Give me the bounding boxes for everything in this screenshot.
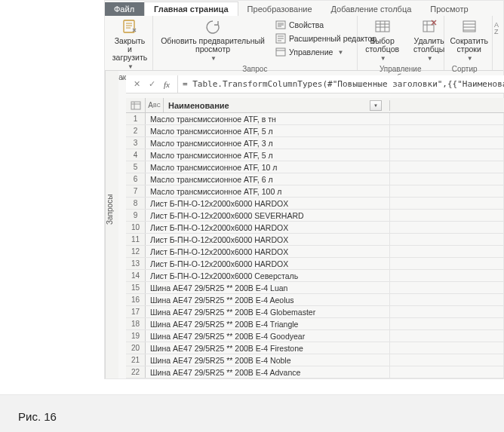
remove-columns-icon <box>421 19 438 35</box>
cell-name[interactable]: Лист Б-ПН-О-12х2000х6000 HARDOX <box>146 234 390 245</box>
table-row[interactable]: 2Масло трансмиссионное ATF, 5 л <box>126 125 504 137</box>
svg-rect-9 <box>131 102 140 109</box>
row-number[interactable]: 11 <box>126 234 146 245</box>
row-number[interactable]: 20 <box>126 342 146 354</box>
reduce-rows-label: Сократить строки <box>450 37 488 54</box>
table-row[interactable]: 16Шина AE47 29/5R25 ** 200B E-4 Aeolus <box>126 294 504 306</box>
cell-name[interactable]: Масло трансмиссионное ATF, 10 л <box>146 161 390 173</box>
close-load-icon <box>121 19 138 35</box>
properties-label: Свойства <box>289 20 324 29</box>
cell-name[interactable]: Шина AE47 29/5R25 ** 200B E-4 Goodyear <box>146 330 390 342</box>
row-number[interactable]: 15 <box>126 282 146 293</box>
cell-name[interactable]: Масло трансмиссионное ATF, 3 л <box>146 137 390 149</box>
refresh-icon <box>204 19 221 35</box>
cell-name[interactable]: Лист Б-ПН-О-12х2000х6000 HARDOX <box>146 198 390 209</box>
tab-file[interactable]: Файл <box>105 2 144 16</box>
cell-name[interactable]: Масло трансмиссионное ATF, 6 л <box>146 173 390 185</box>
table-row[interactable]: 1Масло трансмиссионное ATF, в тн <box>126 113 504 125</box>
cell-name[interactable]: Шина AE47 29/5R25 ** 200B E-4 Luan <box>146 282 390 293</box>
row-number[interactable]: 21 <box>126 354 146 366</box>
cell-name[interactable]: Масло трансмиссионное ATF, 5 л <box>146 149 390 161</box>
cell-name[interactable]: Лист Б-ПН-О-12х2000х6000 SEVERHARD <box>146 210 390 221</box>
choose-columns-icon <box>374 19 391 35</box>
fx-icon[interactable]: fx <box>161 78 173 90</box>
row-number[interactable]: 1 <box>126 113 146 124</box>
row-number[interactable]: 14 <box>126 270 146 281</box>
tab-view[interactable]: Просмотр <box>421 2 478 16</box>
table-row[interactable]: 20Шина AE47 29/5R25 ** 200B E-4 Fireston… <box>126 342 504 354</box>
column-filter-button[interactable]: ▼ <box>370 100 382 111</box>
cell-name[interactable]: Шина AE47 29/5R25 ** 200B E-4 Triangle <box>146 318 390 329</box>
table-row[interactable]: 18Шина AE47 29/5R25 ** 200B E-4 Triangle <box>126 318 504 330</box>
cell-name[interactable]: Шина AE47 29/5R25 ** 200B E-4 Globemaste… <box>146 306 390 317</box>
table-row[interactable]: 17Шина AE47 29/5R25 ** 200B E-4 Globemas… <box>126 306 504 318</box>
table-row[interactable]: 9Лист Б-ПН-О-12х2000х6000 SEVERHARD <box>126 210 504 222</box>
sort-partial[interactable]: AZ <box>493 16 503 70</box>
row-number[interactable]: 2 <box>126 125 146 136</box>
row-number[interactable]: 4 <box>126 149 146 161</box>
table-row[interactable]: 6Масло трансмиссионное ATF, 6 л <box>126 173 504 185</box>
column-type-icon[interactable]: ABC <box>146 98 164 112</box>
choose-columns-button[interactable]: Выбор столбцов ▼ <box>361 17 404 63</box>
row-number[interactable]: 13 <box>126 258 146 269</box>
cell-name[interactable]: Лист Б-ПН-О-12х2000х6000 Северсталь <box>146 270 390 281</box>
formula-input[interactable]: = Table.TransformColumnTypes(#"Повышенны… <box>178 79 504 89</box>
table-row[interactable]: 8Лист Б-ПН-О-12х2000х6000 HARDOX <box>126 198 504 210</box>
row-number[interactable]: 3 <box>126 137 146 149</box>
cell-name[interactable]: Лист Б-ПН-О-12х2000х6000 HARDOX <box>146 222 390 233</box>
svg-rect-5 <box>423 21 434 32</box>
manage-icon <box>275 47 286 57</box>
cell-name[interactable]: Лист Б-ПН-О-12х2000х6000 HARDOX <box>146 246 390 257</box>
table-row[interactable]: 14Лист Б-ПН-О-12х2000х6000 Северсталь <box>126 270 504 282</box>
tab-add-column[interactable]: Добавление столбца <box>322 2 422 16</box>
column-header-name[interactable]: Наименование ▼ <box>164 100 390 111</box>
cell-name[interactable]: Лист Б-ПН-О-12х2000х6000 HARDOX <box>146 258 390 269</box>
row-number[interactable]: 12 <box>126 246 146 257</box>
row-number[interactable]: 17 <box>126 306 146 317</box>
reduce-rows-button[interactable]: Сократить строки ▼ <box>447 17 491 63</box>
cell-name[interactable]: Масло трансмиссионное ATF, 5 л <box>146 125 390 136</box>
table-row[interactable]: 21Шина AE47 29/5R25 ** 200B E-4 Noble <box>126 354 504 366</box>
table-row[interactable]: 15Шина AE47 29/5R25 ** 200B E-4 Luan <box>126 282 504 294</box>
table-row[interactable]: 4Масло трансмиссионное ATF, 5 л <box>126 149 504 161</box>
chevron-down-icon: ▼ <box>337 49 343 56</box>
close-and-load-button[interactable]: Закрыть и загрузить ▼ <box>108 17 152 72</box>
cell-name[interactable]: Шина AE47 29/5R25 ** 200B E-4 Noble <box>146 354 390 366</box>
tab-home[interactable]: Главная страница <box>144 2 238 16</box>
table-row[interactable]: 11Лист Б-ПН-О-12х2000х6000 HARDOX <box>126 234 504 246</box>
table-row[interactable]: 10Лист Б-ПН-О-12х2000х6000 HARDOX <box>126 222 504 234</box>
row-number[interactable]: 19 <box>126 330 146 342</box>
pane-expand-toggle[interactable]: › <box>118 71 126 378</box>
row-number[interactable]: 18 <box>126 318 146 329</box>
tab-transform[interactable]: Преобразование <box>238 2 322 16</box>
table-row[interactable]: 13Лист Б-ПН-О-12х2000х6000 HARDOX <box>126 258 504 270</box>
properties-icon <box>275 20 286 30</box>
row-number[interactable]: 5 <box>126 161 146 173</box>
row-number[interactable]: 6 <box>126 173 146 185</box>
table-row[interactable]: 3Масло трансмиссионное ATF, 3 л <box>126 137 504 149</box>
cell-name[interactable]: Шина AE47 29/5R25 ** 200B E-4 Aeolus <box>146 294 390 305</box>
choose-columns-label: Выбор столбцов <box>365 37 399 54</box>
table-row[interactable]: 7Масло трансмиссионное ATF, 100 л <box>126 185 504 198</box>
cell-name[interactable]: Шина AE47 29/5R25 ** 200B E-4 Advance <box>146 366 390 378</box>
cancel-formula-icon[interactable]: ✕ <box>131 78 143 90</box>
cell-name[interactable]: Масло трансмиссионное ATF, 100 л <box>146 185 390 197</box>
row-number[interactable]: 9 <box>126 210 146 221</box>
row-number[interactable]: 16 <box>126 294 146 305</box>
row-number[interactable]: 7 <box>126 185 146 197</box>
queries-pane-tab[interactable]: Запросы <box>105 71 118 378</box>
refresh-preview-button[interactable]: Обновить предварительный просмотр ▼ <box>156 17 269 63</box>
select-all-corner[interactable] <box>126 98 146 112</box>
table-row[interactable]: 5Масло трансмиссионное ATF, 10 л <box>126 161 504 173</box>
row-number[interactable]: 10 <box>126 222 146 233</box>
table-row[interactable]: 12Лист Б-ПН-О-12х2000х6000 HARDOX <box>126 246 504 258</box>
cell-name[interactable]: Шина AE47 29/5R25 ** 200B E-4 Firestone <box>146 342 390 354</box>
cell-name[interactable]: Масло трансмиссионное ATF, в тн <box>146 113 390 124</box>
table-row[interactable]: 22Шина AE47 29/5R25 ** 200B E-4 Advance <box>126 366 504 378</box>
row-number[interactable]: 8 <box>126 198 146 209</box>
table-header: ABC Наименование ▼ <box>126 98 504 113</box>
table-row[interactable]: 19Шина AE47 29/5R25 ** 200B E-4 Goodyear <box>126 330 504 342</box>
close-load-label: Закрыть и загрузить <box>112 37 147 62</box>
row-number[interactable]: 22 <box>126 366 146 378</box>
accept-formula-icon[interactable]: ✓ <box>146 78 158 90</box>
